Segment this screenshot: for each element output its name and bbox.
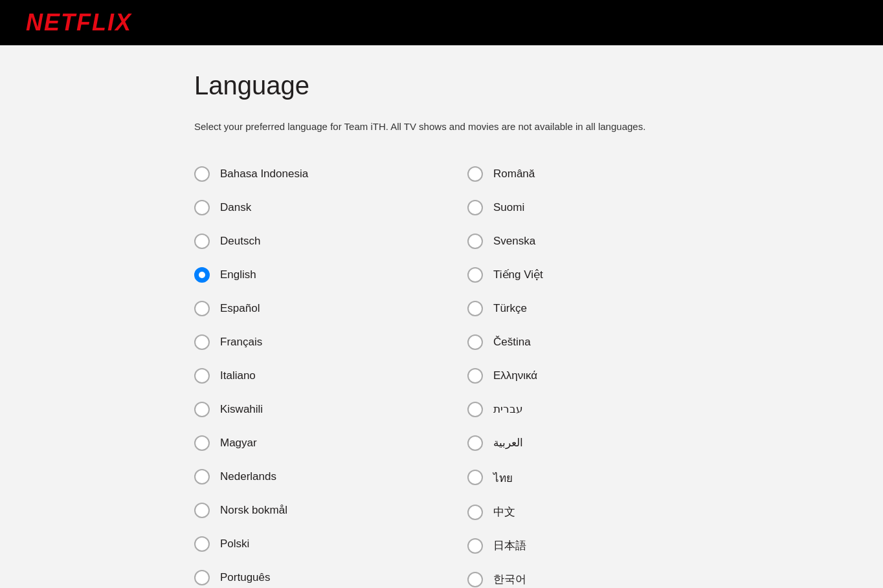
radio-polski[interactable] (194, 536, 210, 552)
language-label-espanol: Español (220, 302, 260, 315)
main-content: Language Select your preferred language … (0, 45, 883, 588)
language-option-cestina[interactable]: Čeština (467, 325, 689, 359)
radio-thai[interactable] (467, 470, 483, 485)
radio-ellinika[interactable] (467, 368, 483, 384)
language-option-ellinika[interactable]: Ελληνικά (467, 359, 689, 393)
language-label-kiswahili: Kiswahili (220, 403, 263, 416)
language-label-thai: ไทย (493, 469, 513, 486)
language-label-deutsch: Deutsch (220, 235, 260, 248)
language-label-dansk: Dansk (220, 201, 251, 214)
radio-deutsch[interactable] (194, 234, 210, 249)
language-label-tieng-viet: Tiếng Việt (493, 268, 543, 281)
language-label-romana: Română (493, 168, 535, 180)
language-label-arabic: العربية (493, 436, 523, 450)
radio-cestina[interactable] (467, 334, 483, 350)
radio-chinese[interactable] (467, 505, 483, 520)
language-label-korean: 한국어 (493, 572, 526, 587)
language-option-deutsch[interactable]: Deutsch (194, 224, 416, 258)
radio-bahasa-indonesia[interactable] (194, 166, 210, 182)
language-option-italiano[interactable]: Italiano (194, 359, 416, 393)
language-option-nederlands[interactable]: Nederlands (194, 460, 416, 494)
language-label-svenska: Svenska (493, 235, 535, 248)
language-option-thai[interactable]: ไทย (467, 460, 689, 495)
radio-romana[interactable] (467, 166, 483, 182)
page-title: Language (194, 71, 689, 100)
radio-espanol[interactable] (194, 301, 210, 316)
page-description: Select your preferred language for Team … (194, 120, 689, 135)
language-option-korean[interactable]: 한국어 (467, 563, 689, 589)
language-label-francais: Français (220, 336, 262, 349)
language-option-tieng-viet[interactable]: Tiếng Việt (467, 258, 689, 292)
language-option-portugues[interactable]: Português (194, 561, 416, 589)
language-option-magyar[interactable]: Magyar (194, 426, 416, 460)
language-label-turkce: Türkçe (493, 302, 527, 315)
language-option-norsk-bokmal[interactable]: Norsk bokmål (194, 494, 416, 527)
radio-arabic[interactable] (467, 435, 483, 451)
netflix-logo: NETFLIX (26, 9, 132, 36)
language-option-english[interactable]: English (194, 258, 416, 292)
language-label-italiano: Italiano (220, 369, 256, 382)
language-label-ivrit: עברית (493, 402, 523, 416)
language-option-romana[interactable]: Română (467, 157, 689, 191)
language-label-norsk-bokmal: Norsk bokmål (220, 504, 287, 517)
language-label-polski: Polski (220, 538, 249, 550)
language-option-polski[interactable]: Polski (194, 527, 416, 561)
language-label-english: English (220, 268, 256, 281)
language-option-svenska[interactable]: Svenska (467, 224, 689, 258)
left-column: Bahasa IndonesiaDanskDeutschEnglishEspañ… (194, 157, 416, 589)
radio-turkce[interactable] (467, 301, 483, 316)
language-option-arabic[interactable]: العربية (467, 426, 689, 460)
radio-ivrit[interactable] (467, 402, 483, 417)
radio-magyar[interactable] (194, 435, 210, 451)
language-option-ivrit[interactable]: עברית (467, 393, 689, 426)
right-column: RomânăSuomiSvenskaTiếng ViệtTürkçeČeštin… (467, 157, 689, 589)
language-label-suomi: Suomi (493, 201, 524, 214)
radio-italiano[interactable] (194, 368, 210, 384)
radio-dansk[interactable] (194, 200, 210, 215)
radio-nederlands[interactable] (194, 469, 210, 485)
radio-english[interactable] (194, 267, 210, 283)
language-option-bahasa-indonesia[interactable]: Bahasa Indonesia (194, 157, 416, 191)
radio-francais[interactable] (194, 334, 210, 350)
header: NETFLIX (0, 0, 883, 45)
language-label-portugues: Português (220, 571, 271, 584)
language-label-magyar: Magyar (220, 437, 257, 450)
language-label-chinese: 中文 (493, 505, 515, 519)
language-option-dansk[interactable]: Dansk (194, 191, 416, 224)
language-label-cestina: Čeština (493, 336, 531, 349)
radio-kiswahili[interactable] (194, 402, 210, 417)
language-label-bahasa-indonesia: Bahasa Indonesia (220, 168, 308, 180)
language-option-suomi[interactable]: Suomi (467, 191, 689, 224)
language-grid: Bahasa IndonesiaDanskDeutschEnglishEspañ… (194, 157, 689, 589)
language-option-chinese[interactable]: 中文 (467, 495, 689, 529)
radio-tieng-viet[interactable] (467, 267, 483, 283)
language-option-francais[interactable]: Français (194, 325, 416, 359)
radio-portugues[interactable] (194, 570, 210, 585)
language-label-japanese: 日本語 (493, 538, 526, 553)
radio-suomi[interactable] (467, 200, 483, 215)
radio-svenska[interactable] (467, 234, 483, 249)
language-option-turkce[interactable]: Türkçe (467, 292, 689, 325)
language-label-nederlands: Nederlands (220, 470, 276, 483)
language-option-kiswahili[interactable]: Kiswahili (194, 393, 416, 426)
language-option-espanol[interactable]: Español (194, 292, 416, 325)
radio-korean[interactable] (467, 572, 483, 587)
language-option-japanese[interactable]: 日本語 (467, 529, 689, 563)
language-label-ellinika: Ελληνικά (493, 369, 537, 382)
radio-japanese[interactable] (467, 538, 483, 554)
radio-norsk-bokmal[interactable] (194, 503, 210, 518)
